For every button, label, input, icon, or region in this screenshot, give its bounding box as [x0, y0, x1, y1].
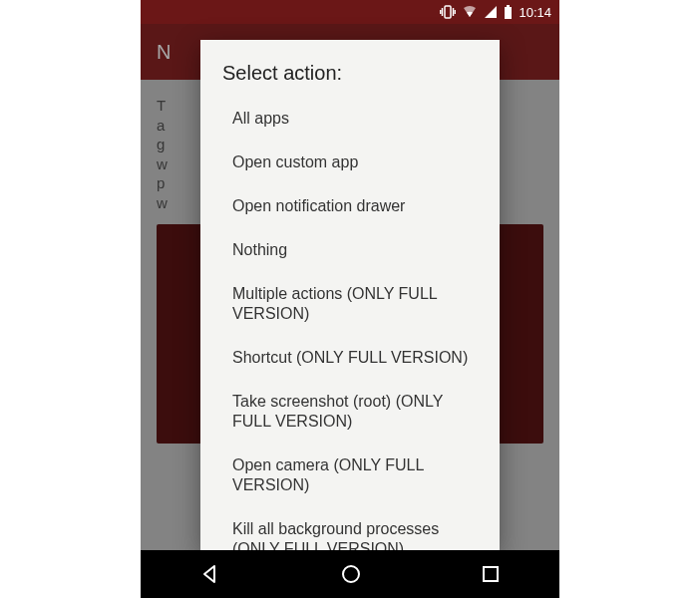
vibrate-icon	[440, 5, 456, 19]
wifi-icon	[462, 5, 478, 19]
select-action-dialog: Select action: All apps Open custom app …	[200, 40, 500, 554]
cell-signal-icon	[484, 5, 498, 19]
option-multiple-actions[interactable]: Multiple actions (ONLY FULL VERSION)	[222, 272, 478, 336]
phone-frame: 10:14 N T a g w p w Select action: All a…	[141, 0, 559, 598]
nav-home-button[interactable]	[340, 563, 362, 585]
option-take-screenshot[interactable]: Take screenshot (root) (ONLY FULL VERSIO…	[222, 380, 478, 444]
option-nothing[interactable]: Nothing	[222, 228, 478, 272]
option-open-camera[interactable]: Open camera (ONLY FULL VERSION)	[222, 444, 478, 507]
nav-recents-button[interactable]	[481, 564, 501, 584]
nav-bar	[141, 550, 559, 598]
nav-back-button[interactable]	[199, 563, 221, 585]
svg-point-7	[343, 566, 359, 582]
option-shortcut[interactable]: Shortcut (ONLY FULL VERSION)	[222, 336, 478, 380]
battery-icon	[504, 5, 513, 19]
status-bar: 10:14	[141, 0, 559, 24]
svg-rect-8	[484, 567, 498, 581]
option-open-custom-app[interactable]: Open custom app	[222, 141, 478, 184]
svg-rect-5	[507, 5, 510, 7]
option-open-notif-drawer[interactable]: Open notification drawer	[222, 184, 478, 228]
option-all-apps[interactable]: All apps	[222, 97, 478, 141]
svg-rect-6	[505, 7, 512, 19]
dialog-title: Select action:	[222, 62, 478, 85]
svg-rect-0	[445, 6, 451, 18]
option-kill-bg-processes[interactable]: Kill all background processes (ONLY FULL…	[222, 507, 478, 554]
status-time: 10:14	[519, 5, 551, 20]
